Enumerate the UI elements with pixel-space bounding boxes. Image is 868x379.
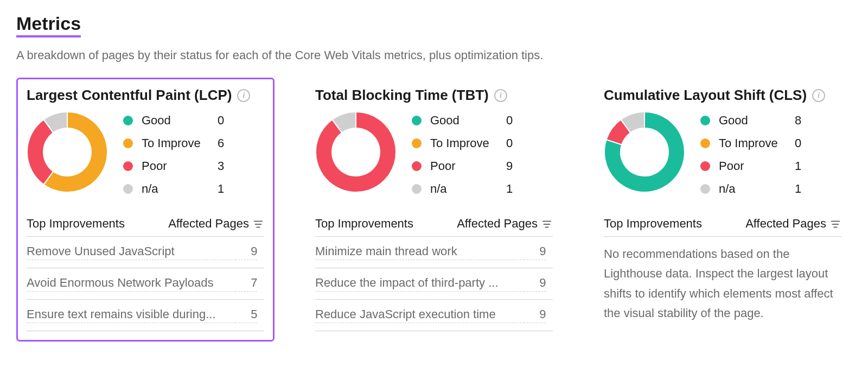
legend-row-n-a[interactable]: n/a1 xyxy=(700,182,822,196)
improvements-header[interactable]: Top Improvements xyxy=(604,217,745,231)
improvement-name[interactable]: Minimize main thread work xyxy=(315,244,524,260)
legend-value: 0 xyxy=(795,136,822,150)
legend-row-good[interactable]: Good0 xyxy=(123,113,245,128)
legend: Good8To Improve0Poor1n/a1 xyxy=(700,113,822,196)
legend-row-poor[interactable]: Poor1 xyxy=(700,159,822,173)
legend-label: Poor xyxy=(719,159,795,173)
legend: Good0To Improve6Poor3n/a1 xyxy=(123,113,245,196)
legend-value: 1 xyxy=(795,182,822,196)
metric-title-cls: Cumulative Layout Shift (CLS) xyxy=(604,87,807,104)
improvement-affected-pages: 7 xyxy=(235,276,257,292)
legend-value: 1 xyxy=(506,182,533,196)
legend-swatch xyxy=(700,184,710,194)
improvement-row[interactable]: Reduce the impact of third-party ...9 xyxy=(315,268,553,300)
metric-title-lcp: Largest Contentful Paint (LCP) xyxy=(27,87,232,104)
legend-row-poor[interactable]: Poor9 xyxy=(412,159,533,173)
affected-pages-header[interactable]: Affected Pages xyxy=(168,217,249,231)
legend-row-n-a[interactable]: n/a1 xyxy=(412,182,533,196)
legend-value: 3 xyxy=(218,159,245,173)
legend-swatch xyxy=(123,138,133,148)
legend-swatch xyxy=(700,138,710,148)
legend: Good0To Improve0Poor9n/a1 xyxy=(412,113,533,196)
improvement-affected-pages: 9 xyxy=(524,244,546,260)
legend-value: 9 xyxy=(506,159,533,173)
metric-card-cls[interactable]: Cumulative Layout Shift (CLS)iGood8To Im… xyxy=(593,78,852,342)
legend-label: To Improve xyxy=(430,136,506,150)
legend-swatch xyxy=(412,184,422,194)
legend-value: 1 xyxy=(218,182,245,196)
legend-swatch xyxy=(412,161,422,171)
info-icon[interactable]: i xyxy=(494,89,507,102)
improvement-row[interactable]: Remove Unused JavaScript9 xyxy=(27,237,264,268)
legend-value: 0 xyxy=(506,113,533,128)
legend-row-to-improve[interactable]: To Improve0 xyxy=(700,136,822,150)
legend-swatch xyxy=(123,161,133,171)
legend-value: 8 xyxy=(795,113,822,128)
no-recommendations-text: No recommendations based on the Lighthou… xyxy=(604,237,841,323)
improvement-affected-pages: 9 xyxy=(235,244,257,260)
improvement-row[interactable]: Ensure text remains visible during...5 xyxy=(27,300,264,331)
improvement-affected-pages: 9 xyxy=(524,307,546,323)
legend-swatch xyxy=(700,116,710,125)
legend-swatch xyxy=(123,184,133,194)
sort-icon[interactable] xyxy=(252,217,264,231)
improvement-affected-pages: 5 xyxy=(235,307,257,323)
improvement-name[interactable]: Ensure text remains visible during... xyxy=(27,307,235,323)
sort-icon[interactable] xyxy=(541,217,553,231)
legend-label: n/a xyxy=(719,182,795,196)
metric-card-tbt[interactable]: Total Blocking Time (TBT)iGood0To Improv… xyxy=(305,78,563,342)
legend-label: n/a xyxy=(142,182,218,196)
legend-value: 0 xyxy=(218,113,245,128)
legend-row-poor[interactable]: Poor3 xyxy=(123,159,245,173)
legend-swatch xyxy=(412,138,422,148)
legend-row-to-improve[interactable]: To Improve0 xyxy=(412,136,533,150)
legend-label: Poor xyxy=(142,159,218,173)
legend-label: n/a xyxy=(430,182,506,196)
section-subtitle: A breakdown of pages by their status for… xyxy=(16,48,852,62)
legend-row-to-improve[interactable]: To Improve6 xyxy=(123,136,245,150)
improvements-header[interactable]: Top Improvements xyxy=(27,217,168,231)
metric-card-lcp[interactable]: Largest Contentful Paint (LCP)iGood0To I… xyxy=(16,78,275,342)
affected-pages-header[interactable]: Affected Pages xyxy=(457,217,538,231)
legend-swatch xyxy=(123,116,133,125)
donut-chart-lcp xyxy=(27,111,108,193)
improvement-name[interactable]: Remove Unused JavaScript xyxy=(27,244,235,260)
improvement-name[interactable]: Avoid Enormous Network Payloads xyxy=(27,276,235,292)
legend-label: Good xyxy=(719,113,795,128)
donut-chart-cls xyxy=(604,111,685,193)
legend-row-good[interactable]: Good8 xyxy=(700,113,822,128)
legend-label: Good xyxy=(430,113,506,128)
donut-chart-tbt xyxy=(315,111,397,193)
improvement-name[interactable]: Reduce JavaScript execution time xyxy=(315,307,524,323)
legend-swatch xyxy=(700,161,710,171)
improvement-affected-pages: 9 xyxy=(524,276,546,292)
metric-title-tbt: Total Blocking Time (TBT) xyxy=(315,87,489,104)
legend-label: Poor xyxy=(430,159,506,173)
legend-row-good[interactable]: Good0 xyxy=(412,113,533,128)
legend-swatch xyxy=(412,116,422,125)
improvement-row[interactable]: Avoid Enormous Network Payloads7 xyxy=(27,268,264,300)
info-icon[interactable]: i xyxy=(237,89,250,102)
legend-row-n-a[interactable]: n/a1 xyxy=(123,182,245,196)
improvement-row[interactable]: Reduce JavaScript execution time9 xyxy=(315,300,553,331)
metrics-cards-row: Largest Contentful Paint (LCP)iGood0To I… xyxy=(16,78,852,342)
affected-pages-header[interactable]: Affected Pages xyxy=(745,217,826,231)
legend-value: 0 xyxy=(506,136,533,150)
legend-label: To Improve xyxy=(719,136,795,150)
legend-value: 1 xyxy=(795,159,822,173)
sort-icon[interactable] xyxy=(829,217,841,231)
improvement-name[interactable]: Reduce the impact of third-party ... xyxy=(315,276,524,292)
improvements-header[interactable]: Top Improvements xyxy=(315,217,457,231)
info-icon[interactable]: i xyxy=(812,89,825,102)
section-title: Metrics xyxy=(16,13,81,37)
improvement-row[interactable]: Minimize main thread work9 xyxy=(315,237,553,268)
legend-label: Good xyxy=(142,113,218,128)
legend-label: To Improve xyxy=(142,136,218,150)
legend-value: 6 xyxy=(218,136,245,150)
